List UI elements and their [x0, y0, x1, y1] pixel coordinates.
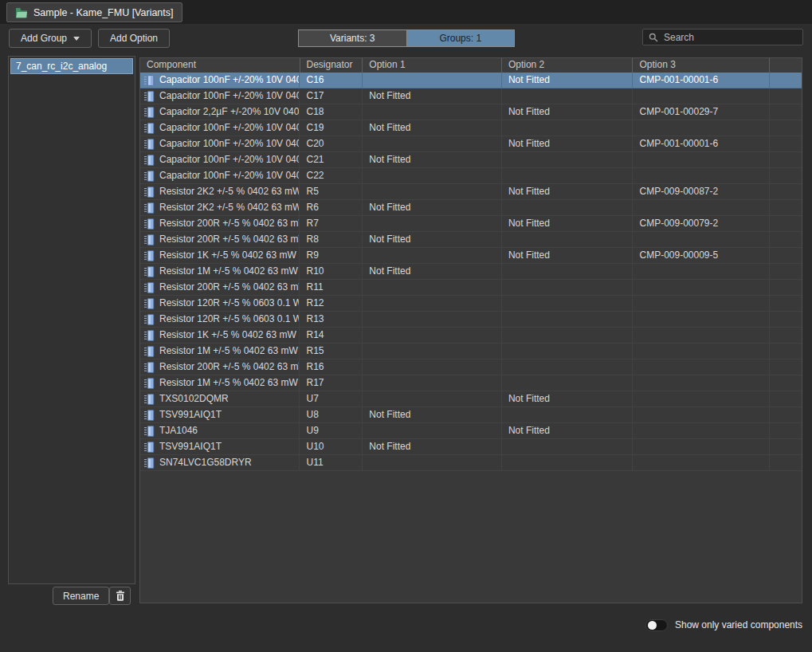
option2-cell[interactable]: Not Fitted [501, 104, 633, 120]
option1-cell[interactable]: Not Fitted [362, 120, 501, 136]
option2-cell[interactable]: Not Fitted [501, 216, 633, 231]
show-varied-toggle[interactable] [645, 619, 668, 631]
option3-cell[interactable] [632, 407, 769, 422]
table-row[interactable]: Capacitor 100nF +/-20% 10V 0402 C22 [140, 168, 802, 184]
option2-cell[interactable] [501, 264, 633, 279]
designator-cell[interactable]: R6 [299, 200, 362, 215]
search-input[interactable] [664, 32, 797, 43]
extra-cell[interactable] [769, 296, 802, 311]
option3-cell[interactable] [632, 423, 769, 438]
option1-cell[interactable] [362, 184, 501, 199]
option3-cell[interactable] [632, 232, 769, 247]
groups-tab[interactable]: Groups: 1 [407, 30, 515, 46]
table-row[interactable]: Capacitor 100nF +/-20% 10V 0402 C17 Not … [140, 88, 802, 104]
option3-cell[interactable]: CMP-009-00079-2 [632, 216, 769, 231]
table-row[interactable]: Resistor 200R +/-5 % 0402 63 mW R11 [140, 280, 802, 296]
extra-cell[interactable] [769, 407, 802, 422]
option1-cell[interactable] [362, 296, 501, 311]
option1-cell[interactable] [362, 455, 501, 470]
option2-cell[interactable] [501, 152, 633, 167]
component-cell[interactable]: TSV991AIQ1T [140, 439, 299, 454]
table-row[interactable]: Resistor 200R +/-5 % 0402 63 mW R16 [140, 359, 802, 375]
option3-cell[interactable] [632, 168, 769, 183]
option3-cell[interactable] [632, 264, 769, 279]
extra-cell[interactable] [769, 136, 802, 151]
component-cell[interactable]: Capacitor 100nF +/-20% 10V 0402 [140, 88, 299, 104]
delete-group-button[interactable] [109, 587, 131, 605]
option2-cell[interactable] [501, 375, 633, 391]
designator-cell[interactable]: C21 [299, 152, 362, 167]
extra-cell[interactable] [769, 375, 802, 391]
component-cell[interactable]: Resistor 200R +/-5 % 0402 63 mW [140, 359, 299, 375]
designator-cell[interactable]: R14 [299, 328, 362, 343]
column-header-designator[interactable]: Designator [300, 58, 363, 73]
component-cell[interactable]: TJA1046 [140, 423, 299, 438]
table-row[interactable]: Resistor 1M +/-5 % 0402 63 mW R10 Not Fi… [140, 264, 802, 280]
option1-cell[interactable] [362, 344, 501, 359]
designator-cell[interactable]: R8 [299, 232, 362, 247]
option2-cell[interactable] [501, 312, 633, 327]
option2-cell[interactable] [501, 120, 633, 136]
extra-cell[interactable] [769, 248, 802, 263]
extra-cell[interactable] [769, 455, 802, 470]
option2-cell[interactable]: Not Fitted [501, 248, 633, 263]
option2-cell[interactable] [501, 280, 633, 295]
option2-cell[interactable] [501, 88, 633, 104]
extra-cell[interactable] [769, 152, 802, 167]
option3-cell[interactable] [632, 200, 769, 215]
designator-cell[interactable]: R7 [299, 216, 362, 231]
table-row[interactable]: Resistor 1M +/-5 % 0402 63 mW R17 [140, 375, 802, 391]
option1-cell[interactable] [362, 168, 501, 183]
variants-tab[interactable]: Variants: 3 [299, 30, 407, 46]
option3-cell[interactable] [632, 88, 769, 104]
extra-cell[interactable] [769, 391, 802, 407]
extra-cell[interactable] [769, 216, 802, 231]
option3-cell[interactable]: CMP-001-00001-6 [632, 136, 769, 151]
extra-cell[interactable] [769, 264, 802, 279]
extra-cell[interactable] [769, 88, 802, 104]
option1-cell[interactable]: Not Fitted [362, 439, 501, 454]
column-header-extra[interactable] [769, 58, 802, 73]
table-row[interactable]: Capacitor 100nF +/-20% 10V 0402 C20 Not … [140, 136, 802, 152]
extra-cell[interactable] [769, 328, 802, 343]
designator-cell[interactable]: C18 [299, 104, 362, 120]
designator-cell[interactable]: C17 [299, 88, 362, 104]
table-row[interactable]: Resistor 200R +/-5 % 0402 63 mW R7 Not F… [140, 216, 802, 232]
designator-cell[interactable]: C22 [299, 168, 362, 183]
designator-cell[interactable]: R11 [299, 280, 362, 295]
extra-cell[interactable] [769, 104, 802, 120]
option1-cell[interactable]: Not Fitted [362, 200, 501, 215]
component-cell[interactable]: Resistor 1M +/-5 % 0402 63 mW [140, 344, 299, 359]
column-header-component[interactable]: Component [140, 58, 300, 73]
rename-button[interactable]: Rename [53, 587, 109, 605]
designator-cell[interactable]: R16 [299, 359, 362, 375]
extra-cell[interactable] [769, 200, 802, 215]
option2-cell[interactable] [501, 439, 633, 454]
option3-cell[interactable] [632, 455, 769, 470]
table-row[interactable]: Capacitor 100nF +/-20% 10V 0402 C16 Not … [140, 73, 802, 88]
designator-cell[interactable]: R17 [299, 375, 362, 391]
table-row[interactable]: Resistor 1K +/-5 % 0402 63 mW R14 [140, 328, 802, 344]
table-row[interactable]: Resistor 2K2 +/-5 % 0402 63 mW R6 Not Fi… [140, 200, 802, 216]
designator-cell[interactable]: U8 [299, 407, 362, 422]
component-cell[interactable]: Capacitor 100nF +/-20% 10V 0402 [140, 136, 299, 151]
extra-cell[interactable] [769, 73, 802, 88]
option1-cell[interactable] [362, 248, 501, 263]
component-cell[interactable]: Resistor 120R +/-5 % 0603 0.1 W [140, 296, 299, 311]
option2-cell[interactable] [501, 407, 633, 422]
component-cell[interactable]: Capacitor 100nF +/-20% 10V 0402 [140, 120, 299, 136]
search-box[interactable] [642, 29, 803, 45]
sidebar-item-group[interactable]: 7_can_rc_i2c_analog [10, 58, 133, 74]
table-row[interactable]: Resistor 120R +/-5 % 0603 0.1 W R12 [140, 296, 802, 312]
component-cell[interactable]: Resistor 200R +/-5 % 0402 63 mW [140, 280, 299, 295]
option3-cell[interactable] [632, 359, 769, 375]
extra-cell[interactable] [769, 312, 802, 327]
table-row[interactable]: SN74LVC1G58DRYR U11 [140, 455, 802, 471]
option3-cell[interactable] [632, 280, 769, 295]
extra-cell[interactable] [769, 344, 802, 359]
designator-cell[interactable]: R9 [299, 248, 362, 263]
option1-cell[interactable] [362, 328, 501, 343]
option3-cell[interactable] [632, 328, 769, 343]
component-cell[interactable]: Capacitor 100nF +/-20% 10V 0402 [140, 73, 299, 88]
option2-cell[interactable]: Not Fitted [501, 423, 633, 438]
